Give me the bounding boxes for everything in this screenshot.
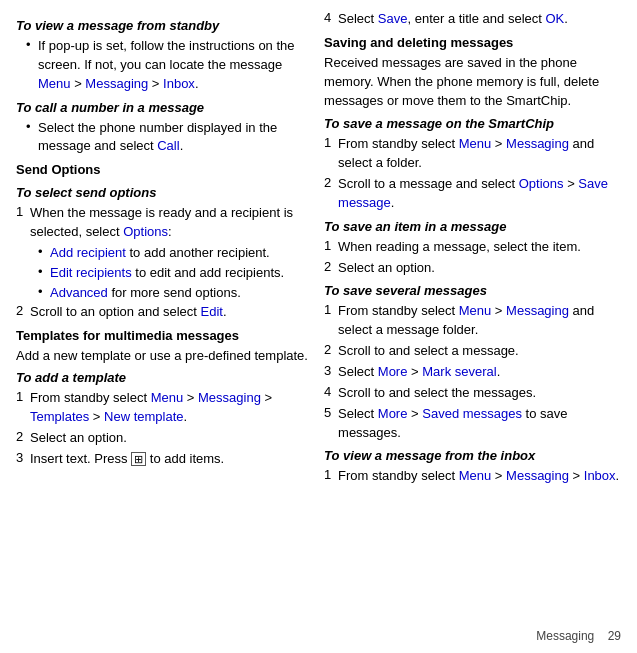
link-menu-3[interactable]: Menu [459, 136, 492, 151]
num-2c: 2 [324, 175, 338, 213]
save-item-2: 2 Select an option. [324, 259, 621, 278]
add-template-item-2: 2 Select an option. [16, 429, 308, 448]
link-inbox-1[interactable]: Inbox [163, 76, 195, 91]
save-smartchip-item-1: 1 From standby select Menu > Messaging a… [324, 135, 621, 173]
num-3e: 3 [324, 363, 338, 382]
save-several-item-2: 2 Scroll to and select a message. [324, 342, 621, 361]
bullet-call-number-1: • Select the phone number displayed in t… [16, 119, 308, 157]
section-add-template-header: To add a template [16, 370, 308, 385]
link-mark-several[interactable]: Mark several [422, 364, 496, 379]
section-save-several-header: To save several messages [324, 283, 621, 298]
save-item-1-text: When reading a message, select the item. [338, 238, 581, 257]
right-item-4-text: Select Save, enter a title and select OK… [338, 10, 568, 29]
bullet-dot-2: • [26, 119, 38, 157]
add-template-item-1: 1 From standby select Menu > Messaging >… [16, 389, 308, 427]
link-options-2[interactable]: Options [519, 176, 564, 191]
save-smartchip-item-2: 2 Scroll to a message and select Options… [324, 175, 621, 213]
save-item-1: 1 When reading a message, select the ite… [324, 238, 621, 257]
link-saved-messages[interactable]: Saved messages [422, 406, 522, 421]
templates-title: Templates for multimedia messages [16, 328, 308, 343]
send-options-item-1: 1 When the message is ready and a recipi… [16, 204, 308, 242]
send-options-item-1-text: When the message is ready and a recipien… [30, 204, 308, 242]
link-save-message[interactable]: Save message [338, 176, 608, 210]
link-menu-2[interactable]: Menu [151, 390, 184, 405]
footer-page: 29 [608, 629, 621, 643]
bullet-dot: • [26, 37, 38, 94]
link-inbox-2[interactable]: Inbox [584, 468, 616, 483]
save-several-item-2-text: Scroll to and select a message. [338, 342, 519, 361]
num-1c: 1 [324, 135, 338, 173]
save-item-2-text: Select an option. [338, 259, 435, 278]
link-more-2[interactable]: More [378, 406, 408, 421]
section-view-inbox-header: To view a message from the inbox [324, 448, 621, 463]
insert-icon: ⊞ [131, 452, 146, 466]
sub-dot-1: • [38, 244, 50, 263]
num-5e: 5 [324, 405, 338, 443]
link-advanced[interactable]: Advanced [50, 285, 108, 300]
num-1d: 1 [324, 238, 338, 257]
view-inbox-item-1-text: From standby select Menu > Messaging > I… [338, 467, 619, 486]
bullet-call-number-1-text: Select the phone number displayed in the… [38, 119, 308, 157]
link-messaging-3[interactable]: Messaging [506, 136, 569, 151]
link-messaging-1[interactable]: Messaging [85, 76, 148, 91]
num-4e: 4 [324, 384, 338, 403]
link-messaging-2[interactable]: Messaging [198, 390, 261, 405]
link-edit-recipients[interactable]: Edit recipients [50, 265, 132, 280]
link-call[interactable]: Call [157, 138, 179, 153]
sub-bullet-edit-recipients: • Edit recipients to edit and add recipi… [16, 264, 308, 283]
num-1f: 1 [324, 467, 338, 486]
sub-bullet-advanced: • Advanced for more send options. [16, 284, 308, 303]
section-save-item-header: To save an item in a message [324, 219, 621, 234]
send-options-item-2: 2 Scroll to an option and select Edit. [16, 303, 308, 322]
link-messaging-5[interactable]: Messaging [506, 468, 569, 483]
link-more-1[interactable]: More [378, 364, 408, 379]
bullet-view-standby-1-text: If pop-up is set, follow the instruction… [38, 37, 308, 94]
link-messaging-4[interactable]: Messaging [506, 303, 569, 318]
left-column: To view a message from standby • If pop-… [16, 10, 316, 623]
sub-bullet-advanced-text: Advanced for more send options. [50, 284, 241, 303]
link-menu-1[interactable]: Menu [38, 76, 71, 91]
templates-body: Add a new template or use a pre-defined … [16, 347, 308, 366]
add-template-item-3: 3 Insert text. Press ⊞ to add items. [16, 450, 308, 469]
num-1e: 1 [324, 302, 338, 340]
save-several-item-3: 3 Select More > Mark several. [324, 363, 621, 382]
save-smartchip-item-1-text: From standby select Menu > Messaging and… [338, 135, 621, 173]
section-select-send-options-header: To select send options [16, 185, 308, 200]
link-ok[interactable]: OK [545, 11, 564, 26]
link-add-recipient[interactable]: Add recipient [50, 245, 126, 260]
save-several-item-1-text: From standby select Menu > Messaging and… [338, 302, 621, 340]
footer: Messaging 29 [536, 629, 621, 643]
right-item-4: 4 Select Save, enter a title and select … [324, 10, 621, 29]
save-several-item-5-text: Select More > Saved messages to save mes… [338, 405, 621, 443]
save-several-item-3-text: Select More > Mark several. [338, 363, 500, 382]
link-menu-4[interactable]: Menu [459, 303, 492, 318]
link-menu-5[interactable]: Menu [459, 468, 492, 483]
num-1a: 1 [16, 204, 30, 242]
bullet-view-standby-1: • If pop-up is set, follow the instructi… [16, 37, 308, 94]
sub-bullet-add-recipient: • Add recipient to add another recipient… [16, 244, 308, 263]
sub-dot-3: • [38, 284, 50, 303]
link-save[interactable]: Save [378, 11, 408, 26]
num-2b: 2 [16, 429, 30, 448]
sub-dot-2: • [38, 264, 50, 283]
view-inbox-item-1: 1 From standby select Menu > Messaging >… [324, 467, 621, 486]
save-several-item-1: 1 From standby select Menu > Messaging a… [324, 302, 621, 340]
link-options[interactable]: Options [123, 224, 168, 239]
footer-label: Messaging [536, 629, 594, 643]
num-1b: 1 [16, 389, 30, 427]
num-2d: 2 [324, 259, 338, 278]
save-several-item-4-text: Scroll to and select the messages. [338, 384, 536, 403]
sub-bullet-edit-recipients-text: Edit recipients to edit and add recipien… [50, 264, 284, 283]
link-new-template[interactable]: New template [104, 409, 183, 424]
add-template-item-2-text: Select an option. [30, 429, 127, 448]
section-view-standby-header: To view a message from standby [16, 18, 308, 33]
save-smartchip-item-2-text: Scroll to a message and select Options >… [338, 175, 621, 213]
num-2e: 2 [324, 342, 338, 361]
section-call-number-header: To call a number in a message [16, 100, 308, 115]
link-templates[interactable]: Templates [30, 409, 89, 424]
add-template-item-3-text: Insert text. Press ⊞ to add items. [30, 450, 224, 469]
link-edit[interactable]: Edit [201, 304, 223, 319]
right-column: 4 Select Save, enter a title and select … [316, 10, 621, 623]
send-options-title: Send Options [16, 162, 308, 177]
send-options-item-2-text: Scroll to an option and select Edit. [30, 303, 227, 322]
